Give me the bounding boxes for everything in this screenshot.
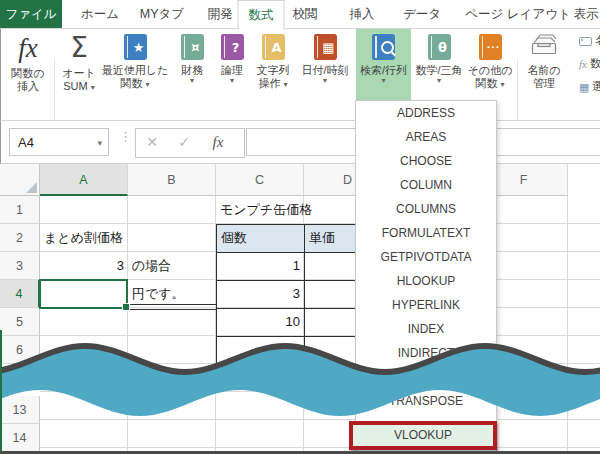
cell-c1[interactable]: モンプチ缶価格 bbox=[220, 196, 312, 224]
menu-item-hlookup[interactable]: HLOOKUP bbox=[356, 269, 496, 293]
insert-function-button[interactable]: fx 関数の 挿入 bbox=[5, 30, 51, 116]
datetime-functions-button[interactable]: ▦ 日付/時刻 ▾ bbox=[296, 30, 354, 116]
enter-icon[interactable]: ✓ bbox=[168, 129, 200, 155]
row-header-1[interactable]: 1 bbox=[0, 196, 40, 224]
row-header-5[interactable]: 5 bbox=[0, 308, 40, 336]
row-header-14[interactable]: 14 bbox=[0, 424, 40, 452]
namebox-dropdown-icon[interactable]: ▾ bbox=[97, 129, 102, 157]
cell-a2[interactable]: まとめ割価格 bbox=[44, 224, 123, 252]
menu-item-choose[interactable]: CHOOSE bbox=[356, 149, 496, 173]
selected-cell-a4[interactable] bbox=[39, 279, 128, 309]
sigma-icon: Σ bbox=[58, 32, 100, 64]
tab-5[interactable]: 挿入 bbox=[350, 0, 375, 28]
tab-7[interactable]: ページ レイアウト bbox=[465, 0, 571, 28]
lookup-reference-dropdown-menu: ADDRESSAREASCHOOSECOLUMNCOLUMNSFORMULATE… bbox=[355, 100, 497, 452]
cell-a3[interactable]: 3 bbox=[40, 252, 124, 280]
column-header-c[interactable]: C bbox=[216, 164, 304, 196]
formula-bar-buttons: ✕✓fx bbox=[135, 128, 245, 158]
menu-item-index[interactable]: INDEX bbox=[356, 317, 496, 341]
insert-function-icon[interactable]: fx bbox=[200, 129, 236, 155]
cell-d2[interactable]: 単価 bbox=[309, 224, 335, 252]
column-header-b[interactable]: B bbox=[128, 164, 216, 196]
tab-1[interactable]: MYタブ bbox=[140, 0, 184, 28]
menu-item-columns[interactable]: COLUMNS bbox=[356, 197, 496, 221]
row-header-6[interactable]: 6 bbox=[0, 336, 40, 364]
chevron-down-icon: ▾ bbox=[296, 77, 354, 85]
datetime-icon: ▦ bbox=[314, 34, 337, 60]
menu-item-getpivotdata[interactable]: GETPIVOTDATA bbox=[356, 245, 496, 269]
chevron-down-icon: ▾ bbox=[284, 80, 288, 89]
vlookup-highlight-box: VLOOKUP bbox=[349, 421, 497, 450]
menu-item-vlookup[interactable]: VLOOKUP bbox=[353, 425, 493, 446]
tab-2[interactable]: 開発 bbox=[208, 0, 233, 28]
tab-8[interactable]: 表示 bbox=[574, 0, 599, 28]
logical-functions-button[interactable]: ? 論理 ▾ bbox=[214, 30, 250, 116]
name-box[interactable]: A4 ▾ bbox=[9, 128, 109, 156]
worksheet: ABCDEF 1234561314 モンプチ缶価格 まとめ割価格 個数 単価 3… bbox=[0, 164, 600, 454]
menu-item-formulatext[interactable]: FORMULATEXT bbox=[356, 221, 496, 245]
row-header-2[interactable]: 2 bbox=[0, 224, 40, 252]
cell-c2[interactable]: 個数 bbox=[221, 224, 247, 252]
window-left-edge bbox=[0, 330, 2, 452]
ribbon: fx 関数の 挿入 Σ オート SUM ▾ ★ 最近使用した 関数 ▾ ¤ 財務… bbox=[0, 28, 600, 121]
tab-6[interactable]: データ bbox=[403, 0, 441, 28]
tab-0[interactable]: ホーム bbox=[81, 0, 119, 28]
menu-item-transpose[interactable]: TRANSPOSE bbox=[356, 389, 496, 413]
recent-functions-icon: ★ bbox=[124, 34, 147, 60]
formula-bar-row: A4 ▾ ⋮ ✕✓fx bbox=[0, 121, 600, 164]
autosum-button[interactable]: Σ オート SUM ▾ bbox=[58, 30, 100, 116]
chevron-down-icon: ▾ bbox=[214, 77, 250, 85]
search-icon bbox=[372, 34, 395, 60]
create-from-selection-button[interactable]: ▦選 bbox=[579, 79, 600, 99]
cell-b3[interactable]: の場合 bbox=[132, 252, 171, 280]
tab-4[interactable]: 校閲 bbox=[293, 0, 318, 28]
cancel-icon[interactable]: ✕ bbox=[136, 129, 168, 155]
tab-file[interactable]: ファイル bbox=[0, 0, 62, 28]
menu-item-list: ADDRESSAREASCHOOSECOLUMNCOLUMNSFORMULATE… bbox=[356, 101, 496, 389]
cell-c3[interactable]: 1 bbox=[216, 252, 300, 280]
text-functions-button[interactable]: A 文字列 操作 ▾ bbox=[250, 30, 296, 116]
row-header-3[interactable]: 3 bbox=[0, 252, 40, 280]
use-in-formula-button[interactable]: fx数 bbox=[579, 56, 600, 76]
cell-c4[interactable]: 3 bbox=[216, 280, 300, 308]
chevron-down-icon: ▾ bbox=[356, 77, 411, 85]
menu-item-column[interactable]: COLUMN bbox=[356, 173, 496, 197]
grid-icon: ▦ bbox=[579, 82, 589, 92]
math-trig-icon: θ bbox=[428, 34, 451, 60]
text-functions-icon: A bbox=[262, 34, 285, 60]
name-manager-icon bbox=[520, 32, 568, 61]
fill-handle[interactable] bbox=[122, 303, 130, 311]
chevron-down-icon: ▾ bbox=[501, 80, 505, 89]
chevron-down-icon: ▾ bbox=[171, 77, 213, 85]
financial-icon: ¤ bbox=[181, 34, 204, 60]
menu-item-lookup[interactable]: LOOKUP bbox=[356, 365, 496, 389]
fx-icon: fx bbox=[579, 58, 587, 70]
cell-c6[interactable]: 20 bbox=[216, 336, 300, 364]
menu-item-areas[interactable]: AREAS bbox=[356, 125, 496, 149]
row-header-4[interactable]: 4 bbox=[0, 280, 40, 308]
chevron-down-icon: ▾ bbox=[91, 83, 95, 92]
cell-c5[interactable]: 10 bbox=[216, 308, 300, 336]
name-manager-button[interactable]: 名前の 管理 bbox=[520, 30, 568, 116]
menu-item-address[interactable]: ADDRESS bbox=[356, 101, 496, 125]
menu-item-hyperlink[interactable]: HYPERLINK bbox=[356, 293, 496, 317]
more-functions-icon: ··· bbox=[479, 34, 502, 60]
recent-functions-button[interactable]: ★ 最近使用した 関数 ▾ bbox=[100, 30, 170, 116]
excel-window: ファイル ホームMYタブ開発数式校閲挿入データページ レイアウト表示 fx 関数… bbox=[0, 0, 600, 454]
insert-function-icon: fx bbox=[5, 32, 51, 64]
chevron-down-icon: ▾ bbox=[146, 80, 150, 89]
b4-double-underline bbox=[130, 304, 216, 310]
tab-3[interactable]: 数式 bbox=[238, 0, 285, 30]
column-header-a[interactable]: A bbox=[40, 164, 128, 196]
logical-icon: ? bbox=[221, 34, 244, 60]
ribbon-tab-bar: ファイル ホームMYタブ開発数式校閲挿入データページ レイアウト表示 bbox=[0, 0, 600, 29]
formula-bar-resize-handle[interactable]: ⋮ bbox=[119, 129, 132, 144]
chevron-down-icon: ▾ bbox=[412, 77, 466, 85]
name-tag-icon bbox=[579, 37, 592, 46]
financial-functions-button[interactable]: ¤ 財務 ▾ bbox=[171, 30, 213, 116]
define-name-button[interactable]: 名 bbox=[579, 33, 600, 53]
menu-item-indirect[interactable]: INDIRECT bbox=[356, 341, 496, 365]
select-all-corner[interactable] bbox=[0, 164, 40, 196]
row-header-13[interactable]: 13 bbox=[0, 396, 40, 424]
